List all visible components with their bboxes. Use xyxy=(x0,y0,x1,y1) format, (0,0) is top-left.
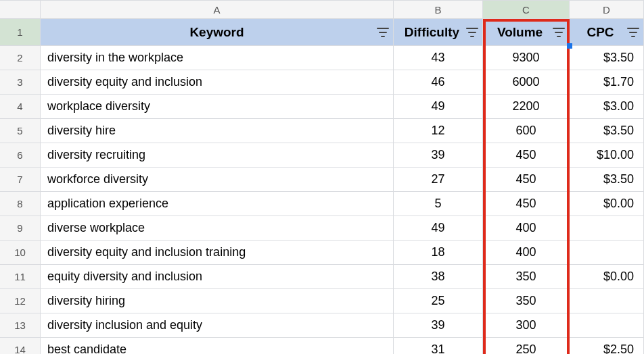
cell-difficulty[interactable]: 27 xyxy=(394,168,483,192)
row-header[interactable]: 12 xyxy=(0,289,41,313)
cell-volume[interactable]: 300 xyxy=(483,313,570,338)
col-header-a[interactable]: A xyxy=(41,0,394,19)
cell-cpc[interactable] xyxy=(570,241,644,265)
cell-volume[interactable]: 450 xyxy=(483,192,570,216)
row-header[interactable]: 7 xyxy=(0,168,41,192)
cell-cpc[interactable]: $0.00 xyxy=(570,265,644,289)
row-header[interactable]: 4 xyxy=(0,95,41,119)
row-header[interactable]: 5 xyxy=(0,119,41,143)
row-header[interactable]: 6 xyxy=(0,143,41,168)
cell-keyword[interactable]: diversity equity and inclusion training xyxy=(41,241,394,265)
cell-volume[interactable]: 9300 xyxy=(483,46,570,70)
col-header-b[interactable]: B xyxy=(394,0,483,19)
cell-difficulty[interactable]: 39 xyxy=(394,313,483,338)
cell-volume[interactable]: 450 xyxy=(483,143,570,168)
cell-difficulty[interactable]: 38 xyxy=(394,265,483,289)
cell-cpc[interactable] xyxy=(570,216,644,241)
cell-difficulty[interactable]: 31 xyxy=(394,338,483,354)
cell-difficulty[interactable]: 18 xyxy=(394,241,483,265)
header-volume-label: Volume xyxy=(497,25,543,40)
cell-cpc[interactable] xyxy=(570,289,644,313)
cell-cpc[interactable]: $3.50 xyxy=(570,46,644,70)
cell-volume[interactable]: 600 xyxy=(483,119,570,143)
cell-volume[interactable]: 450 xyxy=(483,168,570,192)
cell-cpc[interactable]: $0.00 xyxy=(570,192,644,216)
filter-icon[interactable] xyxy=(553,27,565,38)
cell-keyword[interactable]: workplace diversity xyxy=(41,95,394,119)
cell-keyword[interactable]: diversity equity and inclusion xyxy=(41,70,394,95)
row-header[interactable]: 8 xyxy=(0,192,41,216)
cell-keyword[interactable]: diversity in the workplace xyxy=(41,46,394,70)
cell-cpc[interactable]: $3.50 xyxy=(570,119,644,143)
filter-icon[interactable] xyxy=(466,27,478,38)
row-header[interactable]: 14 xyxy=(0,338,41,354)
cell-volume[interactable]: 350 xyxy=(483,289,570,313)
cell-keyword[interactable]: application experience xyxy=(41,192,394,216)
row-header[interactable]: 11 xyxy=(0,265,41,289)
col-header-c[interactable]: C xyxy=(483,0,570,19)
row-header-1[interactable]: 1 xyxy=(0,19,41,46)
cell-difficulty[interactable]: 5 xyxy=(394,192,483,216)
cell-volume[interactable]: 250 xyxy=(483,338,570,354)
header-difficulty-label: Difficulty xyxy=(405,25,459,40)
row-header[interactable]: 3 xyxy=(0,70,41,95)
cell-volume[interactable]: 6000 xyxy=(483,70,570,95)
cell-difficulty[interactable]: 25 xyxy=(394,289,483,313)
cell-cpc[interactable]: $3.50 xyxy=(570,168,644,192)
header-volume[interactable]: Volume xyxy=(483,19,570,46)
cell-volume[interactable]: 400 xyxy=(483,241,570,265)
cell-difficulty[interactable]: 49 xyxy=(394,216,483,241)
cell-cpc[interactable]: $10.00 xyxy=(570,143,644,168)
cell-cpc[interactable]: $1.70 xyxy=(570,70,644,95)
header-cpc[interactable]: CPC xyxy=(570,19,644,46)
header-cpc-label: CPC xyxy=(586,25,614,40)
header-keyword-label: Keyword xyxy=(47,25,386,40)
cell-volume[interactable]: 350 xyxy=(483,265,570,289)
cell-volume[interactable]: 2200 xyxy=(483,95,570,119)
cell-difficulty[interactable]: 12 xyxy=(394,119,483,143)
select-all-corner[interactable] xyxy=(0,0,41,19)
cell-difficulty[interactable]: 39 xyxy=(394,143,483,168)
header-keyword[interactable]: Keyword xyxy=(41,19,394,46)
selection-fill-handle[interactable] xyxy=(567,43,572,49)
cell-cpc[interactable]: $2.50 xyxy=(570,338,644,354)
cell-keyword[interactable]: diversity recruiting xyxy=(41,143,394,168)
header-difficulty[interactable]: Difficulty xyxy=(394,19,483,46)
filter-icon[interactable] xyxy=(627,27,639,38)
cell-cpc[interactable]: $3.00 xyxy=(570,95,644,119)
cell-keyword[interactable]: workforce diversity xyxy=(41,168,394,192)
row-header[interactable]: 13 xyxy=(0,313,41,338)
cell-keyword[interactable]: equity diversity and inclusion xyxy=(41,265,394,289)
row-header[interactable]: 10 xyxy=(0,241,41,265)
cell-keyword[interactable]: diversity inclusion and equity xyxy=(41,313,394,338)
cell-cpc[interactable] xyxy=(570,313,644,338)
cell-difficulty[interactable]: 49 xyxy=(394,95,483,119)
cell-keyword[interactable]: diversity hire xyxy=(41,119,394,143)
cell-keyword[interactable]: best candidate xyxy=(41,338,394,354)
cell-keyword[interactable]: diversity hiring xyxy=(41,289,394,313)
row-header[interactable]: 9 xyxy=(0,216,41,241)
row-header[interactable]: 2 xyxy=(0,46,41,70)
cell-volume[interactable]: 400 xyxy=(483,216,570,241)
spreadsheet-grid[interactable]: A B C D 1 Keyword Difficulty Volume CPC … xyxy=(0,0,644,354)
cell-difficulty[interactable]: 43 xyxy=(394,46,483,70)
cell-keyword[interactable]: diverse workplace xyxy=(41,216,394,241)
cell-difficulty[interactable]: 46 xyxy=(394,70,483,95)
col-header-d[interactable]: D xyxy=(570,0,644,19)
